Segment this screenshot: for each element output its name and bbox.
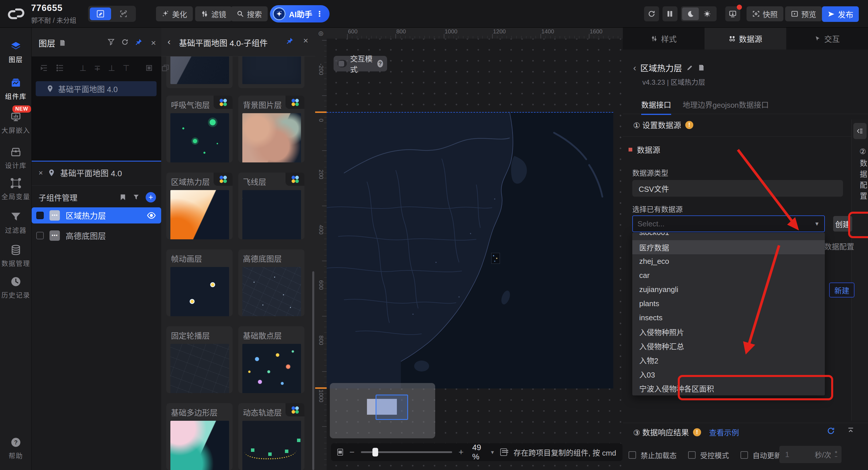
ruler-origin-icon[interactable]: ◎ [315, 28, 327, 38]
artboard[interactable] [327, 112, 613, 388]
flat-list-icon[interactable] [56, 64, 64, 72]
checkbox-controlled-mode[interactable] [688, 451, 695, 459]
notification-button[interactable] [725, 6, 740, 21]
refresh-layers-icon[interactable] [121, 38, 129, 46]
interval-value[interactable]: 1 [785, 450, 815, 459]
eye-icon[interactable] [147, 211, 156, 220]
keyboard-shortcuts-icon[interactable] [500, 448, 507, 456]
align-text-icon[interactable]: ⊤ [123, 63, 129, 73]
collapse-icon[interactable]: × [38, 169, 43, 177]
tab-style[interactable]: 样式 [623, 28, 705, 50]
light-theme-button[interactable] [699, 7, 715, 20]
component-card[interactable]: 动态轨迹层 [238, 403, 305, 470]
component-card[interactable]: 飞线层 [238, 173, 305, 239]
refresh-data-icon[interactable] [827, 427, 835, 435]
new-button[interactable]: 新建 [829, 283, 855, 297]
fit-artboard-icon[interactable] [337, 449, 343, 456]
ungroup-icon[interactable] [161, 64, 169, 72]
help-circle-icon[interactable]: ? [377, 60, 383, 67]
collapse-panel-button[interactable] [853, 123, 867, 139]
group-icon[interactable] [145, 64, 153, 72]
preview-button[interactable]: 预览 [785, 6, 822, 21]
collapse-top-icon[interactable] [847, 427, 855, 435]
zoom-in-button[interactable]: + [459, 447, 464, 457]
layer-root-item[interactable]: 基础平面地图 4.0 [36, 81, 157, 96]
dropdown-option[interactable]: 入侵物种照片 [632, 325, 825, 339]
tab-interaction[interactable]: 交互 [786, 28, 868, 50]
snapshot-button[interactable]: 快照 [747, 6, 783, 21]
component-card[interactable]: 高德底图层 [238, 249, 305, 316]
dropdown-option[interactable]: 入物2 [632, 353, 825, 367]
filter-layers-icon[interactable] [107, 38, 115, 46]
close-panel-icon[interactable]: × [151, 38, 156, 48]
doc-icon[interactable] [59, 39, 66, 47]
component-card[interactable]: 区域热力层 [166, 173, 232, 239]
dark-theme-button[interactable] [682, 7, 699, 20]
ai-assistant-button[interactable]: AI助手 ⋮ [270, 5, 330, 23]
layer-row-heat[interactable]: ⋯ 区域热力层 [32, 207, 161, 224]
search-button[interactable]: 搜索 [231, 6, 268, 21]
bookmark-icon[interactable] [119, 194, 127, 201]
ai-menu-kebab-icon[interactable]: ⋮ [316, 9, 323, 19]
dropdown-option[interactable]: plants [632, 297, 825, 311]
app-logo-icon[interactable] [7, 5, 25, 23]
copy-doc-icon[interactable] [698, 64, 705, 71]
update-interval-input[interactable]: 1 秒/次 +− [779, 446, 841, 463]
rename-pencil-icon[interactable] [686, 64, 693, 71]
layer-checkbox[interactable] [36, 212, 44, 219]
dropdown-option[interactable]: insects [632, 311, 825, 325]
funnel-small-icon[interactable] [132, 194, 140, 201]
sidebar-item-help[interactable]: ? 帮助 [0, 437, 32, 460]
component-card[interactable]: 固定轮播层 [166, 326, 232, 393]
project-title[interactable]: 776655 [31, 3, 62, 13]
dropdown-option[interactable]: zujianyangli [632, 283, 825, 297]
dropdown-option[interactable]: 入侵物种汇总 [632, 339, 825, 353]
indent-list-icon[interactable] [40, 64, 48, 72]
layer-row-amap[interactable]: ⋯ 高德底图层 [32, 228, 161, 244]
filter-button[interactable]: 滤镜 [195, 6, 232, 21]
node-flow-button[interactable] [113, 7, 134, 20]
component-card[interactable]: 基础多边形层 [166, 403, 232, 470]
align-top-icon[interactable]: ⊥ [80, 63, 86, 73]
components-scrollbar[interactable] [312, 271, 314, 470]
minimap[interactable] [330, 383, 435, 438]
pin-icon[interactable] [135, 38, 143, 46]
subtab-geojson[interactable]: 地理边界geojson数据接口 [683, 99, 769, 110]
zoom-level-value[interactable]: 49 % [472, 443, 485, 461]
sidebar-item-filters[interactable]: 过滤器 [0, 211, 32, 235]
layer-checkbox[interactable] [36, 232, 44, 239]
close-panel-icon[interactable]: × [303, 36, 308, 46]
component-card[interactable]: 呼吸气泡层 [166, 96, 232, 163]
sidebar-item-data-management[interactable]: 数据管理 [0, 244, 32, 268]
zoom-slider[interactable] [361, 451, 453, 453]
back-chevron-icon[interactable]: ‹ [633, 62, 636, 73]
component-card[interactable]: 基础散点层 [238, 326, 305, 393]
zoom-out-button[interactable]: − [349, 447, 354, 457]
history-refresh-button[interactable] [644, 6, 659, 21]
sidebar-item-design-library[interactable]: 设计库 [0, 146, 32, 170]
canvas-area[interactable]: ◎ 600 800 1000 1200 1400 1600 -200 0 200… [315, 28, 623, 470]
zoom-slider-handle[interactable] [372, 448, 378, 457]
tab-datasource[interactable]: 数据源 [705, 28, 786, 50]
beautify-button[interactable]: 美化 [156, 6, 193, 21]
tiny-component-marker[interactable] [491, 253, 500, 264]
checkbox-auto-update[interactable] [741, 451, 748, 459]
component-card[interactable]: 帧动画层 [166, 249, 232, 316]
component-card[interactable]: 背景图片层 [238, 96, 305, 163]
sidebar-item-screen-embed[interactable]: NEW 大屏嵌入 [0, 111, 32, 135]
data-config-strip-label[interactable]: ②数据配置 [851, 147, 868, 203]
dropdown-option[interactable]: 医疗数据 [632, 240, 825, 254]
stepper-icons[interactable]: +− [835, 450, 837, 459]
publish-button[interactable]: 发布 [822, 6, 859, 22]
dropdown-option[interactable]: stock001 [632, 233, 825, 240]
checkbox-disable-loading[interactable] [628, 451, 636, 459]
dropdown-option[interactable]: zhej_eco [632, 254, 825, 268]
edit-mode-button[interactable] [90, 7, 111, 20]
layer-group-header[interactable]: × 基础平面地图 4.0 [32, 164, 161, 182]
sidebar-item-components[interactable]: 组件库 [0, 77, 32, 101]
datasource-type-select[interactable]: CSV文件 [632, 180, 843, 197]
align-bottom-icon[interactable]: ⊥ [108, 63, 115, 73]
align-middle-icon[interactable]: ∓ [94, 63, 100, 73]
minimap-viewport-rect[interactable] [376, 394, 408, 420]
pin-icon[interactable] [286, 37, 294, 45]
